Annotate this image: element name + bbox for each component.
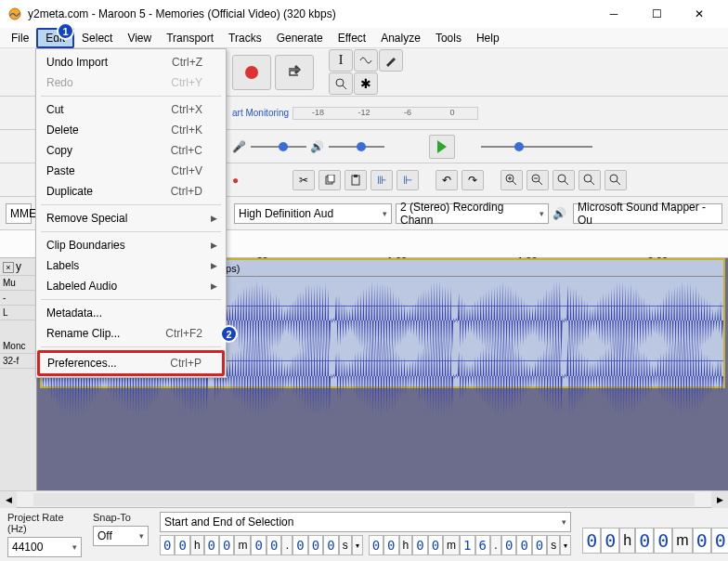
svg-line-17	[591, 181, 594, 185]
zoom-in-button[interactable]	[500, 170, 523, 190]
scroll-right-button[interactable]: ▶	[711, 491, 728, 508]
svg-line-2	[343, 85, 346, 89]
annotation-badge-2: 2	[220, 325, 238, 343]
audio-position-time[interactable]: 00h00m00s▾	[582, 528, 728, 554]
menu-help[interactable]: Help	[469, 30, 507, 46]
zoom-tool[interactable]	[329, 72, 353, 95]
selection-start-time[interactable]: 00h00m00.000s▾	[160, 535, 363, 555]
snap-label: Snap-To	[93, 512, 149, 523]
record-indicator-icon: ●	[232, 174, 239, 187]
preferences-highlight: Preferences...Ctrl+P	[37, 350, 225, 376]
menu-rename-clip[interactable]: Rename Clip...Ctrl+F2	[39, 323, 223, 344]
annotation-badge-1: 1	[57, 22, 74, 40]
play-device-select[interactable]: Microsoft Sound Mapper - Ou	[573, 203, 722, 224]
project-rate-label: Project Rate (Hz)	[7, 512, 82, 534]
window-title: y2meta.com - Maroon 5 - Memories (Offici…	[28, 7, 592, 20]
menu-analyze[interactable]: Analyze	[373, 30, 428, 46]
menu-clip-boundaries[interactable]: Clip Boundaries▶	[39, 235, 223, 255]
envelope-tool[interactable]	[354, 49, 378, 72]
menu-generate[interactable]: Generate	[269, 30, 331, 46]
record-device-select[interactable]: High Definition Aud▾	[234, 203, 392, 224]
selection-tool[interactable]: I	[329, 49, 353, 72]
selection-toolbar: Project Rate (Hz) 44100▾ Snap-To Off▾ St…	[0, 507, 728, 561]
loop-button[interactable]	[275, 55, 314, 90]
scroll-left-button[interactable]: ◀	[0, 491, 17, 508]
menu-view[interactable]: View	[120, 30, 159, 46]
svg-rect-4	[328, 175, 334, 182]
menu-transport[interactable]: Transport	[159, 30, 221, 46]
undo-button[interactable]: ↶	[436, 170, 458, 190]
menu-labels[interactable]: Labels▶	[39, 255, 223, 276]
svg-line-13	[539, 181, 542, 185]
host-select[interactable]: MME	[6, 203, 32, 224]
menu-duplicate[interactable]: DuplicateCtrl+D	[39, 181, 223, 202]
app-icon	[7, 7, 22, 21]
svg-point-14	[558, 175, 566, 182]
close-button[interactable]: ✕	[678, 0, 721, 28]
menu-copy[interactable]: CopyCtrl+C	[39, 140, 223, 161]
menu-file[interactable]: File	[4, 30, 36, 46]
svg-line-19	[617, 181, 620, 185]
titlebar: y2meta.com - Maroon 5 - Memories (Offici…	[0, 0, 728, 28]
svg-rect-6	[354, 175, 358, 177]
menubar: File Edit Select View Transport Tracks G…	[0, 28, 728, 48]
track-mute-button[interactable]: Mu	[0, 276, 36, 291]
maximize-button[interactable]: ☐	[635, 0, 678, 28]
menu-select[interactable]: Select	[74, 30, 120, 46]
menu-undo[interactable]: Undo ImportCtrl+Z	[39, 52, 223, 72]
zoom-out-button[interactable]	[526, 170, 549, 190]
menu-metadata[interactable]: Metadata...	[39, 303, 223, 323]
svg-line-10	[513, 181, 516, 185]
cut-button[interactable]: ✂	[292, 170, 315, 190]
draw-tool[interactable]	[379, 49, 403, 72]
paste-button[interactable]	[344, 170, 367, 190]
record-slider[interactable]	[251, 143, 306, 150]
speed-slider[interactable]	[481, 143, 592, 150]
fit-selection-button[interactable]	[552, 170, 575, 190]
project-rate-select[interactable]: 44100▾	[7, 537, 82, 557]
track-control-panel[interactable]: ×y Mu - L Monc 32-f	[0, 258, 37, 490]
svg-point-1	[336, 79, 344, 86]
copy-button[interactable]	[318, 170, 341, 190]
svg-line-15	[565, 181, 568, 185]
menu-remove-special[interactable]: Remove Special▶	[39, 208, 223, 228]
channels-select[interactable]: 2 (Stereo) Recording Chann▾	[396, 203, 549, 224]
horizontal-scrollbar[interactable]: ◀ ▶	[0, 490, 728, 507]
menu-tools[interactable]: Tools	[428, 30, 469, 46]
mic-icon: 🎤	[232, 140, 247, 153]
speaker-icon: 🔊	[552, 207, 569, 220]
meter-link[interactable]: art Monitoring	[232, 108, 289, 118]
menu-effect[interactable]: Effect	[331, 30, 373, 46]
edit-menu-dropdown: Undo ImportCtrl+Z RedoCtrl+Y CutCtrl+X D…	[35, 48, 227, 378]
menu-delete[interactable]: DeleteCtrl+K	[39, 120, 223, 140]
menu-tracks[interactable]: Tracks	[221, 30, 269, 46]
zoom-toggle-button[interactable]	[604, 170, 627, 190]
menu-labeled-audio[interactable]: Labeled Audio▶	[39, 276, 223, 296]
recording-meter[interactable]: -18 -12 -6 0	[292, 107, 478, 120]
track-close-button[interactable]: ×	[3, 262, 14, 273]
menu-redo: RedoCtrl+Y	[39, 72, 223, 93]
snap-select[interactable]: Off▾	[93, 526, 149, 546]
minimize-button[interactable]: ─	[592, 0, 635, 28]
menu-paste[interactable]: PasteCtrl+V	[39, 161, 223, 181]
menu-preferences[interactable]: Preferences...Ctrl+P	[40, 353, 222, 373]
fit-project-button[interactable]	[578, 170, 601, 190]
timeshift-tool[interactable]: ✱	[354, 72, 378, 95]
speaker-vol-icon: 🔊	[310, 140, 325, 153]
svg-point-16	[584, 175, 592, 182]
trim-button[interactable]: ⊪	[370, 170, 393, 190]
redo-button[interactable]: ↷	[462, 170, 484, 190]
record-button[interactable]	[232, 55, 271, 90]
menu-cut[interactable]: CutCtrl+X	[39, 99, 223, 120]
play-button[interactable]	[429, 135, 455, 159]
svg-point-18	[610, 175, 618, 182]
silence-button[interactable]: ⊩	[396, 170, 419, 190]
playback-slider[interactable]	[329, 143, 384, 150]
selection-mode-select[interactable]: Start and End of Selection▾	[160, 512, 571, 532]
selection-end-time[interactable]: 00h00m16.000s▾	[369, 535, 572, 555]
